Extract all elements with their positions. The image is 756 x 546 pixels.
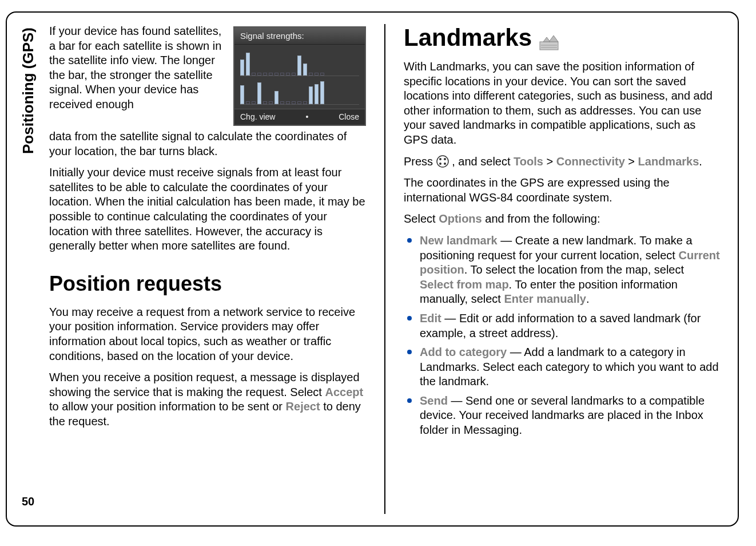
svg-point-9 [444,163,446,165]
right-column: Landmarks With Landmarks, you can save t… [404,24,721,514]
menu-key-icon [436,155,449,168]
options-label: Options [439,212,482,225]
paragraph: The coordinates in the GPS are expressed… [404,176,721,205]
bar-row-2 [240,77,359,105]
softkey-center: • [305,112,308,121]
accept-label: Accept [325,386,363,398]
reject-label: Reject [286,400,320,413]
signal-strength-figure: Signal strengths: [233,26,366,126]
side-tab: Positioning (GPS) [15,24,41,514]
paragraph-accept-reject: When you receive a position request, a m… [49,370,366,429]
intro-with-figure: Signal strengths: [49,24,366,129]
softkey-left: Chg. view [240,112,275,121]
list-item: Send — Send one or several landmarks to … [405,394,721,438]
page-number: 50 [22,495,34,508]
opt-add-to-category: Add to category [420,346,507,358]
column-divider [384,24,385,514]
menu-tools: Tools [514,155,543,168]
paragraph: Initially your device must receive signa… [49,165,366,254]
svg-point-5 [437,156,448,167]
heading-position-requests: Position requests [49,272,366,296]
figure-softkeys: Chg. view • Close [234,109,365,125]
svg-point-7 [444,158,446,160]
figure-title: Signal strengths: [234,27,365,45]
opt-enter-manually: Enter manually [504,292,586,305]
paragraph: data from the satellite signal to calcul… [49,129,366,159]
opt-new-landmark: New landmark [420,234,498,247]
press-instruction: Press , and select Tools > Connectivity … [404,155,721,169]
svg-point-6 [439,158,441,160]
svg-marker-2 [549,35,558,42]
two-column-layout: Signal strengths: [49,24,721,514]
menu-landmarks: Landmarks [638,155,699,168]
list-item: New landmark — Create a new landmark. To… [405,234,721,307]
svg-marker-1 [543,37,550,42]
list-item: Add to category — Add a landmark to a ca… [405,345,721,389]
paragraph: With Landmarks, you can save the positio… [404,60,721,148]
list-item: Edit — Edit or add information to a save… [405,311,721,341]
select-options-line: Select Options and from the following: [404,212,721,227]
softkey-right: Close [339,112,359,121]
heading-landmarks: Landmarks [404,24,721,52]
opt-send: Send [420,394,448,407]
opt-edit: Edit [420,312,441,325]
landmarks-icon [539,29,559,46]
figure-bars-area [234,45,365,109]
menu-connectivity: Connectivity [556,155,625,168]
left-column: Signal strengths: [49,24,366,514]
svg-rect-0 [540,42,558,50]
svg-point-8 [439,163,441,165]
page-frame: Positioning (GPS) 50 Signal strengths: [6,11,739,527]
options-list: New landmark — Create a new landmark. To… [404,234,721,442]
bar-row-1 [240,49,359,76]
paragraph: You may receive a request from a network… [49,305,366,363]
opt-select-from-map: Select from map [420,278,509,291]
section-label: Positioning (GPS) [19,27,37,154]
